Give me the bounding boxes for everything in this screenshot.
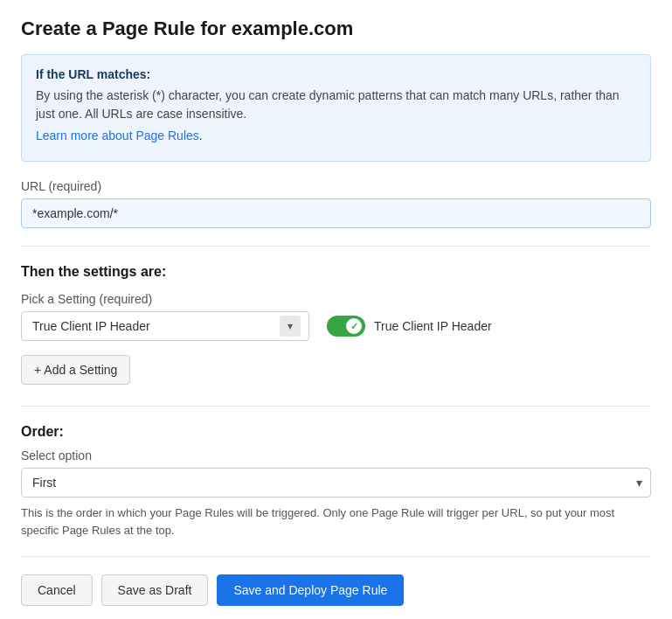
cancel-button[interactable]: Cancel [21,574,93,606]
pick-setting-label: Pick a Setting (required) [21,292,651,306]
page-title: Create a Page Rule for example.com [21,17,651,40]
info-box-description: By using the asterisk (*) character, you… [36,87,636,123]
settings-section-title: Then the settings are: [21,264,651,280]
save-draft-button[interactable]: Save as Draft [101,574,209,606]
settings-row: True Client IP Header Always Online Brow… [21,311,651,341]
order-section: Order: Select option First Last Custom ▾… [21,424,651,539]
divider-2 [21,406,651,407]
setting-select-wrapper: True Client IP Header Always Online Brow… [21,311,309,341]
divider-3 [21,556,651,557]
info-box-link-suffix: . [199,129,203,143]
toggle-switch[interactable] [327,316,365,337]
order-select[interactable]: First Last Custom [21,468,651,497]
info-box-link[interactable]: Learn more about Page Rules [36,129,199,143]
info-box-title: If the URL matches: [36,67,636,81]
order-select-wrapper: First Last Custom ▾ [21,468,651,497]
toggle-group: True Client IP Header [327,316,492,337]
toggle-label: True Client IP Header [374,319,492,333]
toggle-track [327,316,365,337]
footer-actions: Cancel Save as Draft Save and Deploy Pag… [21,574,651,606]
add-setting-button[interactable]: + Add a Setting [21,355,130,385]
url-input[interactable] [21,198,651,228]
divider-1 [21,246,651,247]
url-field-label: URL (required) [21,179,651,193]
order-section-title: Order: [21,424,651,440]
save-deploy-button[interactable]: Save and Deploy Page Rule [217,574,404,606]
toggle-thumb [346,318,362,334]
select-option-label: Select option [21,449,651,463]
info-box: If the URL matches: By using the asteris… [21,54,651,162]
setting-select[interactable]: True Client IP Header Always Online Brow… [21,311,309,341]
order-description: This is the order in which your Page Rul… [21,504,651,539]
info-box-link-line: Learn more about Page Rules. [36,127,636,145]
